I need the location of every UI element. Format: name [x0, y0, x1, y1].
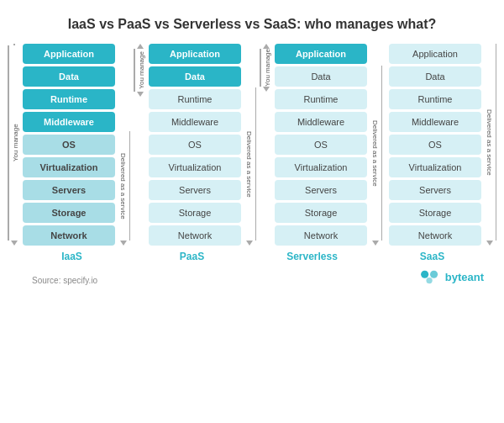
- serverless-middleware: Middleware: [275, 112, 367, 132]
- byteant-brand: byteant: [418, 268, 484, 285]
- serverless-servers: Servers: [275, 180, 367, 200]
- paas-middleware: Middleware: [149, 112, 241, 132]
- paas-application: Application: [149, 44, 241, 64]
- serverless-virtualization: Virtualization: [275, 157, 367, 177]
- iaas-data: Data: [23, 66, 115, 87]
- serverless-column: You manage Application Data Runtime Midd…: [260, 44, 382, 246]
- paas-blocks: Application Data Runtime Middleware OS V…: [149, 44, 241, 246]
- paas-servers: Servers: [149, 180, 241, 200]
- saas-network: Network: [389, 225, 481, 246]
- paas-data: Data: [149, 66, 241, 87]
- saas-delivered-label: Delivered as a service: [483, 44, 496, 241]
- iaas-application: Application: [23, 44, 115, 64]
- iaas-blocks: Application Data Runtime Middleware OS V…: [23, 44, 115, 246]
- serverless-os: OS: [275, 135, 367, 155]
- paas-delivered-label: Delivered as a service: [243, 87, 255, 241]
- iaas-middleware: Middleware: [23, 112, 115, 132]
- svg-point-0: [421, 271, 428, 278]
- iaas-you-manage-label: You manage: [9, 45, 22, 241]
- paas-virtualization: Virtualization: [149, 157, 241, 177]
- iaas-delivered-label: Delivered as a service: [117, 131, 129, 241]
- saas-label: SaaS: [388, 251, 476, 262]
- page-title: IaaS vs PaaS vs Serverless vs SaaS: who …: [8, 8, 496, 44]
- iaas-storage: Storage: [23, 203, 115, 223]
- serverless-application: Application: [275, 44, 367, 64]
- paas-os: OS: [149, 135, 241, 155]
- paas-storage: Storage: [149, 203, 241, 223]
- saas-os: OS: [389, 135, 481, 155]
- serverless-blocks: Application Data Runtime Middleware OS V…: [275, 44, 367, 246]
- serverless-label: Serverless: [268, 251, 356, 262]
- saas-application: Application: [389, 44, 481, 64]
- iaas-label: IaaS: [28, 251, 116, 262]
- svg-point-1: [430, 271, 438, 278]
- iaas-os: OS: [23, 135, 115, 155]
- saas-virtualization: Virtualization: [389, 157, 481, 177]
- iaas-runtime: Runtime: [23, 89, 115, 109]
- svg-point-2: [426, 278, 432, 283]
- columns-area: You manage Application Data Runtime Midd…: [8, 44, 496, 246]
- paas-you-manage-label: You manage: [135, 49, 148, 92]
- byteant-icon: [418, 268, 442, 285]
- saas-storage: Storage: [389, 203, 481, 223]
- serverless-delivered-label: Delivered as a service: [369, 66, 381, 241]
- source-text: Source: specify.io: [20, 276, 97, 285]
- iaas-servers: Servers: [23, 180, 115, 200]
- iaas-column: You manage Application Data Runtime Midd…: [8, 44, 130, 246]
- saas-runtime: Runtime: [389, 89, 481, 109]
- serverless-network: Network: [275, 225, 367, 246]
- saas-data: Data: [389, 66, 481, 87]
- serverless-storage: Storage: [275, 203, 367, 223]
- paas-label: PaaS: [148, 251, 236, 262]
- paas-runtime: Runtime: [149, 89, 241, 109]
- byteant-text: byteant: [445, 271, 484, 283]
- iaas-virtualization: Virtualization: [23, 157, 115, 177]
- serverless-data: Data: [275, 66, 367, 87]
- saas-middleware: Middleware: [389, 112, 481, 132]
- serverless-runtime: Runtime: [275, 89, 367, 109]
- footer: Source: specify.io byteant: [8, 262, 496, 288]
- paas-column: You manage Application Data Runtime Midd…: [134, 44, 256, 246]
- saas-column: Application Data Runtime Middleware OS V…: [386, 44, 496, 246]
- saas-blocks: Application Data Runtime Middleware OS V…: [389, 44, 481, 246]
- page-container: IaaS vs PaaS vs Serverless vs SaaS: who …: [8, 8, 496, 288]
- iaas-network: Network: [23, 225, 115, 246]
- paas-network: Network: [149, 225, 241, 246]
- saas-servers: Servers: [389, 180, 481, 200]
- serverless-you-manage-label: You manage: [261, 49, 274, 87]
